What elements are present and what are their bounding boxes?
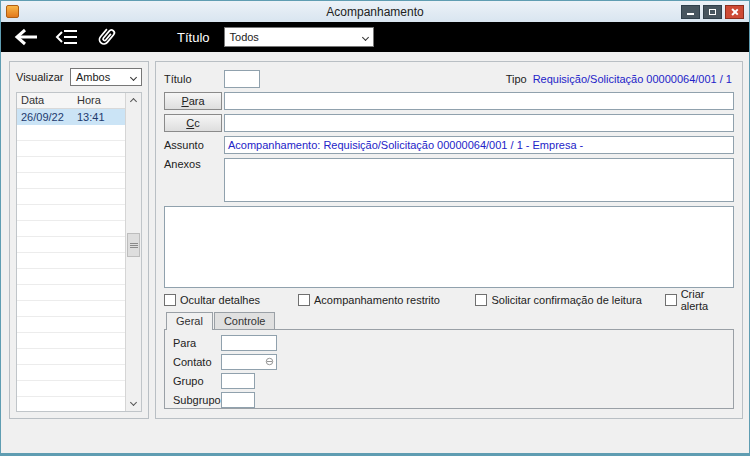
tab-panel-geral: Para Contato Grupo Subgrupo: [164, 329, 734, 409]
table-body: 26/09/22 13:41: [17, 109, 125, 411]
para-input[interactable]: [224, 92, 734, 110]
app-window: Acompanhamento Título Todos Visualizar A…: [0, 0, 750, 456]
title-bar: Acompanhamento: [1, 1, 749, 22]
minimize-button[interactable]: [681, 5, 700, 19]
maximize-button[interactable]: [703, 5, 722, 19]
visualizar-label: Visualizar: [16, 71, 64, 83]
field-para: Para: [173, 334, 733, 351]
toolbar-titulo-label: Título: [177, 30, 210, 45]
para-row: Para: [164, 92, 734, 110]
close-icon: [731, 8, 739, 16]
table-header: Data Hora: [17, 93, 141, 109]
field-para-input[interactable]: [221, 335, 277, 351]
visualizar-value: Ambos: [76, 71, 110, 83]
contact-lookup-icon[interactable]: [265, 357, 274, 366]
chevron-down-icon: [361, 33, 368, 40]
detail-tabs: Geral Controle: [164, 312, 734, 329]
titulo-filter-value: Todos: [230, 31, 259, 43]
log-list-button[interactable]: [55, 28, 79, 46]
cell-hora: 13:41: [73, 111, 123, 123]
checkbox-icon[interactable]: [164, 294, 176, 306]
assunto-label: Assunto: [164, 139, 224, 151]
attachment-button[interactable]: [95, 26, 117, 48]
field-para-label: Para: [173, 337, 221, 349]
chevron-up-icon: [130, 98, 137, 105]
chevron-down-icon: [130, 399, 137, 406]
anexos-area[interactable]: [224, 158, 734, 202]
cc-button[interactable]: Cc: [164, 114, 222, 132]
back-button[interactable]: [13, 27, 39, 47]
tipo-label: Tipo: [506, 73, 527, 85]
message-body-area[interactable]: [164, 206, 734, 288]
window-title: Acompanhamento: [1, 5, 749, 19]
checkbox-ocultar-detalhes[interactable]: Ocultar detalhes: [164, 294, 298, 306]
close-button[interactable]: [725, 5, 744, 19]
toolbar: Título Todos: [1, 22, 749, 52]
options-row: Ocultar detalhes Acompanhamento restrito…: [164, 292, 734, 308]
checkbox-icon[interactable]: [298, 294, 310, 306]
titulo-row: Título Tipo Requisição/Solicitação 00000…: [164, 70, 734, 88]
anexos-row: Anexos: [164, 158, 734, 202]
checkbox-icon[interactable]: [475, 294, 487, 306]
tab-controle[interactable]: Controle: [214, 312, 276, 329]
history-table: Data Hora 26/09/22 13:41: [16, 92, 142, 412]
table-scrollbar[interactable]: [125, 93, 141, 411]
assunto-input[interactable]: Acompanhamento: Requisição/Solicitação 0…: [224, 136, 734, 154]
assunto-row: Assunto Acompanhamento: Requisição/Solic…: [164, 136, 734, 154]
contato-input-wrap: [221, 354, 277, 370]
field-subgrupo-label: Subgrupo: [173, 394, 221, 406]
form-panel: Título Tipo Requisição/Solicitação 00000…: [155, 61, 743, 419]
titulo-filter-select[interactable]: Todos: [224, 27, 374, 47]
paperclip-icon: [91, 22, 122, 53]
field-contato-label: Contato: [173, 356, 221, 368]
cell-data: 26/09/22: [17, 111, 73, 123]
titulo-input[interactable]: [224, 70, 260, 88]
anexos-label: Anexos: [164, 158, 224, 170]
window-controls: [681, 5, 744, 19]
tab-geral[interactable]: Geral: [166, 312, 213, 330]
checkbox-icon[interactable]: [665, 294, 677, 306]
list-arrow-icon: [55, 28, 79, 46]
field-subgrupo-input[interactable]: [221, 392, 255, 408]
field-contato: Contato: [173, 353, 733, 370]
maximize-icon: [709, 9, 716, 15]
history-panel: Visualizar Ambos Data Hora 26/09/22 13:4…: [9, 61, 149, 419]
field-grupo-input[interactable]: [221, 373, 255, 389]
scroll-down-button[interactable]: [126, 397, 141, 411]
column-header-data: Data: [17, 93, 73, 108]
visualizar-select[interactable]: Ambos: [70, 68, 142, 86]
assunto-value: Acompanhamento: Requisição/Solicitação 0…: [228, 139, 583, 151]
chevron-down-icon: [130, 73, 137, 80]
field-grupo: Grupo: [173, 372, 733, 389]
checkbox-acompanhamento-restrito[interactable]: Acompanhamento restrito: [298, 294, 475, 306]
cc-input[interactable]: [224, 114, 734, 132]
field-subgrupo: Subgrupo: [173, 391, 733, 408]
visualizar-row: Visualizar Ambos: [16, 68, 142, 86]
checkbox-criar-alerta[interactable]: Criar alerta: [665, 288, 734, 312]
titulo-label: Título: [164, 73, 224, 85]
column-header-hora: Hora: [73, 93, 123, 108]
cc-row: Cc: [164, 114, 734, 132]
para-button[interactable]: Para: [164, 92, 222, 110]
grip-icon: [130, 243, 138, 248]
scroll-up-button[interactable]: [126, 93, 141, 107]
minimize-icon: [687, 13, 694, 15]
field-grupo-label: Grupo: [173, 375, 221, 387]
table-row[interactable]: 26/09/22 13:41: [17, 109, 125, 125]
checkbox-solicitar-confirmacao[interactable]: Solicitar confirmação de leitura: [475, 294, 664, 306]
scroll-thumb[interactable]: [127, 233, 140, 257]
back-arrow-icon: [13, 27, 39, 47]
tipo-value: Requisição/Solicitação 00000064/001 / 1: [533, 73, 732, 85]
tipo-group: Tipo Requisição/Solicitação 00000064/001…: [506, 73, 734, 85]
